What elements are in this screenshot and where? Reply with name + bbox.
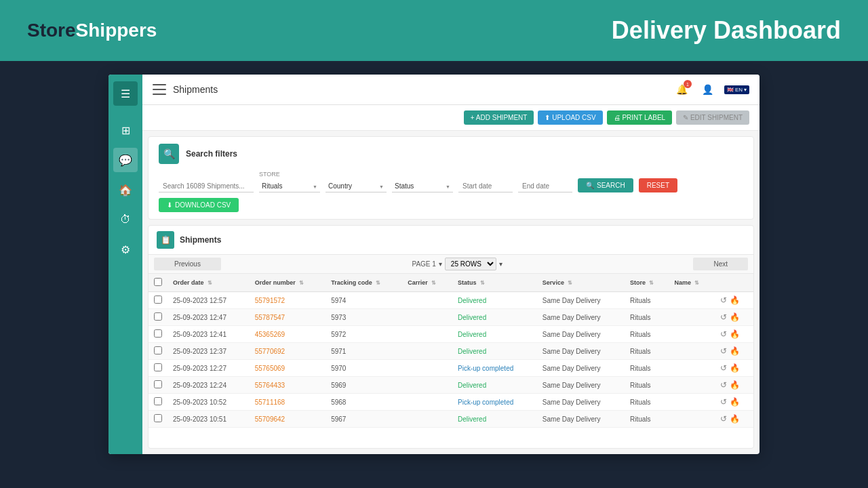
row-checkbox-7[interactable]: [149, 411, 167, 428]
table-head: Order date ⇅ Order number ⇅ Tracking cod…: [149, 274, 753, 292]
row-tracking-0: 5974: [326, 292, 402, 309]
sidebar-icon-menu[interactable]: ☰: [113, 81, 138, 106]
start-date-input[interactable]: [458, 180, 513, 192]
row-status-6: Pick-up completed: [452, 394, 537, 411]
sidebar-icon-grid[interactable]: ⊞: [113, 118, 138, 142]
upload-csv-button[interactable]: ⬆ UPLOAD CSV: [538, 110, 602, 125]
row-store-0: Rituals: [625, 292, 669, 309]
page-info: PAGE 1 ▾ 25 ROWS ▾: [412, 258, 502, 270]
fire-icon-5[interactable]: 🔥: [730, 380, 740, 390]
row-name-6: [669, 394, 714, 411]
col-order-number: Order number ⇅: [250, 274, 326, 292]
filter-title: Search filters: [186, 149, 237, 159]
route-icon-1[interactable]: ↺: [720, 312, 727, 322]
country-filter-group: Country: [326, 179, 387, 192]
col-actions: [715, 274, 753, 292]
row-order-number-3[interactable]: 55770692: [250, 343, 326, 360]
col-store: Store ⇅: [625, 274, 669, 292]
row-tracking-6: 5968: [326, 394, 402, 411]
row-service-6: Same Day Delivery: [537, 394, 625, 411]
table-body: 25-09-2023 12:57 55791572 5974 Delivered…: [149, 292, 753, 428]
add-shipment-button[interactable]: + ADD SHIPMENT: [464, 110, 534, 125]
row-name-3: [669, 343, 714, 360]
fire-icon-0[interactable]: 🔥: [730, 296, 740, 305]
row-store-7: Rituals: [625, 411, 669, 428]
shipments-table: Order date ⇅ Order number ⇅ Tracking cod…: [149, 274, 753, 428]
row-order-number-5[interactable]: 55764433: [250, 377, 326, 394]
download-csv-button[interactable]: ⬇ DOWNLOAD CSV: [159, 198, 239, 212]
route-icon-7[interactable]: ↺: [720, 414, 727, 424]
page-label: PAGE 1: [412, 260, 435, 268]
table-scroll: Order date ⇅ Order number ⇅ Tracking cod…: [149, 274, 753, 448]
rows-select[interactable]: 25 ROWS: [445, 258, 496, 270]
next-button[interactable]: Next: [693, 258, 748, 270]
fire-icon-4[interactable]: 🔥: [730, 363, 740, 373]
row-name-0: [669, 292, 714, 309]
fire-icon-6[interactable]: 🔥: [730, 397, 740, 407]
download-icon: ⬇: [167, 201, 172, 209]
fire-icon-1[interactable]: 🔥: [730, 312, 740, 322]
sidebar-icon-clock[interactable]: ⏱: [113, 207, 138, 232]
fire-icon-7[interactable]: 🔥: [730, 414, 740, 424]
col-name: Name ⇅: [669, 274, 714, 292]
row-status-7: Delivered: [452, 411, 537, 428]
table-header-bar: 📋 Shipments: [149, 226, 753, 255]
route-icon-6[interactable]: ↺: [720, 397, 727, 407]
status-select[interactable]: Status: [392, 180, 453, 192]
fire-icon-3[interactable]: 🔥: [730, 346, 740, 356]
row-order-number-2[interactable]: 45365269: [250, 326, 326, 343]
previous-button[interactable]: Previous: [154, 258, 221, 270]
route-icon-0[interactable]: ↺: [720, 296, 727, 305]
row-status-0: Delivered: [452, 292, 537, 309]
hamburger-icon[interactable]: [153, 84, 166, 95]
route-icon-4[interactable]: ↺: [720, 363, 727, 373]
row-checkbox-0[interactable]: [149, 292, 167, 309]
sidebar-icon-home[interactable]: 🏠: [113, 178, 138, 202]
store-select[interactable]: Rituals: [259, 180, 320, 192]
row-store-5: Rituals: [625, 377, 669, 394]
row-checkbox-6[interactable]: [149, 394, 167, 411]
topbar-right: 🔔 1 👤 🇬🇧 EN ▾: [673, 80, 749, 99]
logo: StoreShippers: [27, 20, 157, 41]
notifications-icon[interactable]: 🔔 1: [673, 80, 692, 99]
row-order-number-4[interactable]: 55765069: [250, 360, 326, 377]
search-button[interactable]: 🔍 SEARCH: [578, 178, 633, 192]
route-icon-5[interactable]: ↺: [720, 380, 727, 390]
table-row: 25-09-2023 12:41 45365269 5972 Delivered…: [149, 326, 753, 343]
col-tracking-code: Tracking code ⇅: [326, 274, 402, 292]
user-icon[interactable]: 👤: [698, 80, 717, 99]
row-order-number-7[interactable]: 55709642: [250, 411, 326, 428]
country-select[interactable]: Country: [326, 180, 387, 192]
row-checkbox-5[interactable]: [149, 377, 167, 394]
notification-badge: 1: [684, 80, 692, 88]
sidebar-icon-settings[interactable]: ⚙: [113, 237, 138, 262]
edit-shipment-button[interactable]: ✎ EDIT SHIPMENT: [676, 110, 749, 125]
row-checkbox-3[interactable]: [149, 343, 167, 360]
row-checkbox-1[interactable]: [149, 309, 167, 326]
table-title: Shipments: [180, 235, 221, 245]
row-date-7: 25-09-2023 10:51: [167, 411, 250, 428]
action-bar: + ADD SHIPMENT ⬆ UPLOAD CSV 🖨 PRINT LABE…: [142, 105, 760, 131]
row-checkbox-4[interactable]: [149, 360, 167, 377]
row-date-0: 25-09-2023 12:57: [167, 292, 250, 309]
language-selector[interactable]: 🇬🇧 EN ▾: [724, 85, 749, 94]
row-order-number-6[interactable]: 55711168: [250, 394, 326, 411]
row-order-number-0[interactable]: 55791572: [250, 292, 326, 309]
row-tracking-2: 5972: [326, 326, 402, 343]
select-all-header[interactable]: [149, 274, 167, 292]
route-icon-2[interactable]: ↺: [720, 329, 727, 339]
row-date-2: 25-09-2023 12:41: [167, 326, 250, 343]
print-label-button[interactable]: 🖨 PRINT LABEL: [607, 110, 673, 125]
row-checkbox-2[interactable]: [149, 326, 167, 343]
col-order-date: Order date ⇅: [167, 274, 250, 292]
row-carrier-0: [402, 292, 452, 309]
reset-button[interactable]: RESET: [639, 178, 677, 192]
logo-part1: Store: [27, 20, 76, 41]
fire-icon-2[interactable]: 🔥: [730, 329, 740, 339]
sidebar-icon-chat[interactable]: 💬: [113, 148, 138, 172]
route-icon-3[interactable]: ↺: [720, 346, 727, 356]
search-input[interactable]: [159, 180, 254, 192]
row-store-3: Rituals: [625, 343, 669, 360]
row-order-number-1[interactable]: 55787547: [250, 309, 326, 326]
end-date-input[interactable]: [518, 180, 572, 192]
